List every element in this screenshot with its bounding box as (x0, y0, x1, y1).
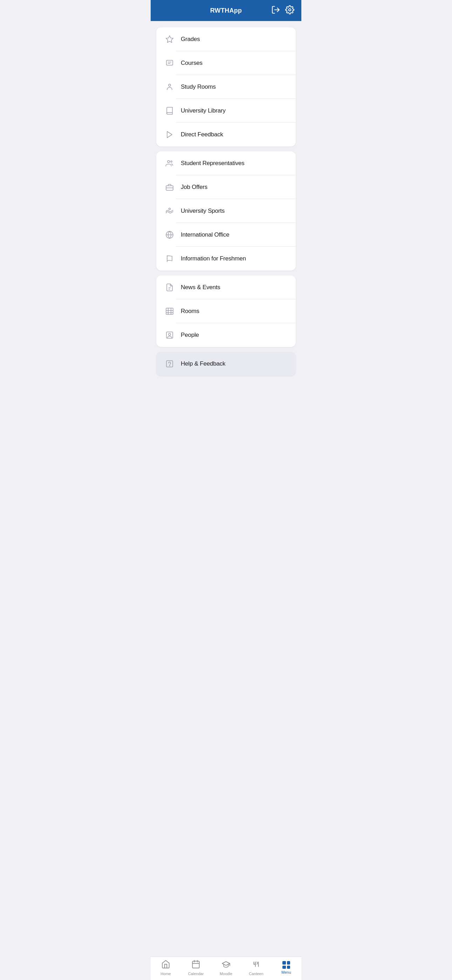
app-header: RWTHApp (151, 0, 301, 21)
svg-point-6 (169, 84, 170, 86)
moodle-tab-label: Moodle (220, 972, 232, 976)
menu-group-3: News & Events Rooms (156, 275, 296, 347)
menu-item-people[interactable]: People (156, 323, 296, 347)
menu-item-university-sports[interactable]: University Sports (156, 199, 296, 223)
tab-menu[interactable]: Menu (276, 961, 297, 974)
calendar-tab-label: Calendar (188, 972, 204, 976)
svg-point-9 (170, 161, 172, 162)
direct-feedback-icon (163, 128, 176, 141)
job-offers-label: Job Offers (181, 184, 207, 191)
menu-item-courses[interactable]: Courses (156, 51, 296, 75)
menu-item-direct-feedback[interactable]: Direct Feedback (156, 123, 296, 146)
menu-item-international-office[interactable]: International Office (156, 223, 296, 247)
home-tab-label: Home (161, 972, 170, 976)
tab-calendar[interactable]: Calendar (185, 960, 206, 976)
content-area: Grades Courses Study Rooms (151, 21, 301, 980)
news-events-icon (163, 281, 176, 294)
menu-item-university-library[interactable]: University Library (156, 99, 296, 123)
courses-icon (163, 57, 176, 69)
international-office-label: International Office (181, 231, 229, 238)
menu-item-job-offers[interactable]: Job Offers (156, 175, 296, 199)
svg-marker-2 (166, 36, 173, 42)
menu-tab-icon (282, 961, 290, 969)
svg-rect-27 (193, 961, 199, 968)
svg-point-8 (167, 161, 170, 162)
menu-item-grades[interactable]: Grades (156, 27, 296, 51)
rooms-label: Rooms (181, 308, 199, 315)
menu-item-study-rooms[interactable]: Study Rooms (156, 75, 296, 99)
menu-item-help-feedback[interactable]: Help & Feedback (156, 352, 296, 376)
help-feedback-label: Help & Feedback (181, 360, 225, 368)
news-events-label: News & Events (181, 284, 220, 291)
people-label: People (181, 332, 199, 339)
menu-item-student-representatives[interactable]: Student Representatives (156, 151, 296, 175)
canteen-tab-label: Canteen (249, 972, 264, 976)
university-library-icon (163, 105, 176, 117)
logout-icon[interactable] (271, 5, 280, 16)
svg-point-12 (169, 208, 170, 210)
menu-item-rooms[interactable]: Rooms (156, 299, 296, 323)
svg-marker-7 (167, 131, 172, 138)
university-sports-icon (163, 205, 176, 217)
menu-item-information-freshmen[interactable]: Information for Freshmen (156, 247, 296, 270)
direct-feedback-label: Direct Feedback (181, 131, 223, 138)
rooms-icon (163, 305, 176, 318)
courses-label: Courses (181, 60, 202, 67)
menu-group-1: Grades Courses Study Rooms (156, 27, 296, 146)
tab-canteen[interactable]: Canteen (246, 960, 267, 976)
menu-item-news-events[interactable]: News & Events (156, 275, 296, 299)
international-office-icon (163, 229, 176, 241)
grades-label: Grades (181, 36, 200, 43)
student-representatives-icon (163, 157, 176, 170)
canteen-tab-icon (251, 960, 261, 970)
calendar-tab-icon (191, 960, 201, 970)
tab-home[interactable]: Home (155, 960, 176, 976)
university-library-label: University Library (181, 107, 226, 114)
information-freshmen-label: Information for Freshmen (181, 255, 246, 262)
menu-group-2: Student Representatives Job Offers U (156, 151, 296, 270)
help-feedback-icon (163, 358, 176, 370)
svg-point-1 (289, 9, 291, 11)
app-title: RWTHApp (210, 7, 242, 14)
menu-tab-label: Menu (282, 970, 291, 974)
svg-point-26 (169, 365, 170, 366)
svg-rect-3 (166, 60, 173, 65)
menu-group-4: Help & Feedback (156, 352, 296, 376)
job-offers-icon (163, 181, 176, 194)
moodle-tab-icon (221, 960, 231, 970)
tab-moodle[interactable]: Moodle (215, 960, 237, 976)
tab-bar: Home Calendar Moodle (151, 956, 301, 980)
student-representatives-label: Student Representatives (181, 160, 245, 167)
grades-icon (163, 33, 176, 46)
settings-icon[interactable] (285, 5, 294, 16)
information-freshmen-icon (163, 252, 176, 265)
study-rooms-icon (163, 81, 176, 93)
header-actions (271, 5, 294, 16)
university-sports-label: University Sports (181, 207, 224, 215)
people-icon (163, 329, 176, 341)
svg-point-24 (169, 333, 170, 336)
home-tab-icon (161, 960, 170, 970)
study-rooms-label: Study Rooms (181, 83, 216, 91)
svg-rect-18 (166, 308, 173, 314)
